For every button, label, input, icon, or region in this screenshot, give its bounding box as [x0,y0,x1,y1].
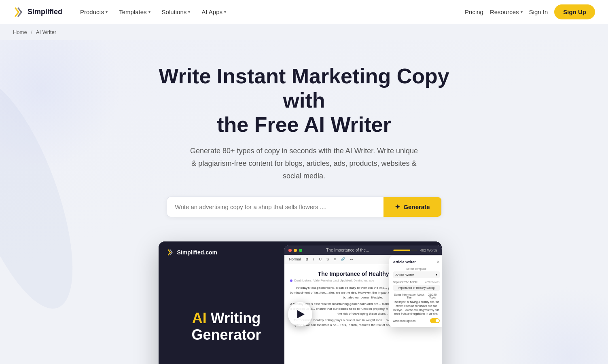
aw-topic-count: 4/20 Words [425,281,440,284]
close-dot [288,249,292,252]
aw-close-icon[interactable]: ✕ [436,260,440,264]
aw-topic-label: Topic Of The Article [393,281,418,284]
aw-template-select[interactable]: Article Writer ▾ [393,271,440,278]
ai-apps-chevron-icon: ▾ [224,10,226,14]
products-chevron-icon: ▾ [106,10,108,14]
aw-topic-value: Importance of Healthy Eating [393,285,440,291]
brand-logo[interactable]: Simplified [13,6,62,18]
doc-topbar-title: The Importance of the... [302,248,394,252]
main-nav: Products ▾ Templates ▾ Solutions ▾ AI Ap… [75,5,465,19]
aw-topic-row: Topic Of The Article 4/20 Words [393,281,440,284]
doc-topbar: The Importance of the... 482 Words [284,245,442,255]
toolbar-strikethrough[interactable]: S [325,256,330,262]
nav-ai-apps[interactable]: AI Apps ▾ [197,5,231,19]
toolbar-italic[interactable]: I [311,256,316,262]
video-container: Simplified.com AI Writing Generator [159,241,442,364]
maximize-dot [299,249,302,252]
toolbar-link[interactable]: 🔗 [339,256,347,262]
bg-decoration [0,66,96,322]
toolbar-underline[interactable]: U [318,256,324,262]
hero-subtitle: Generate 80+ types of copy in seconds wi… [187,145,422,182]
aw-advanced-row: Advanced options [393,318,440,323]
aw-info-count: 29/240 Topic [425,293,439,299]
doc-word-count: 482 Words [420,248,437,252]
nav-templates[interactable]: Templates ▾ [114,5,155,19]
navbar: Simplified Products ▾ Templates ▾ Soluti… [0,0,608,24]
generate-button[interactable]: ✦ Generate [383,197,441,217]
aw-info-content: The impact of having a healthy diet, the… [393,300,440,316]
play-button[interactable] [288,302,312,326]
aw-chevron-icon: ▾ [436,273,437,277]
video-inner: Simplified.com AI Writing Generator [159,241,442,364]
signup-button[interactable]: Sign Up [554,4,595,19]
doc-window-controls [288,249,302,252]
aw-info-row: Some Information About The 29/240 Topic [393,293,440,299]
minimize-dot [294,249,297,252]
solutions-chevron-icon: ▾ [188,10,190,14]
progress-bar [393,250,417,251]
breadcrumb-current: AI Writer [36,29,56,35]
hero-section: Write Instant Marketing Copy with the Fr… [0,40,608,364]
nav-resources[interactable]: Resources ▾ [490,8,523,15]
aw-panel-title: Article Writer [393,260,416,264]
navbar-right: Pricing Resources ▾ Sign In Sign Up [465,4,595,19]
breadcrumb: Home / AI Writer [0,24,608,40]
doc-meta-dot [290,279,292,282]
aw-advanced-toggle[interactable] [430,318,440,323]
search-bar: ✦ Generate [167,197,442,217]
aw-info-label: Some Information About The [393,293,426,299]
aw-select-template-label: Select Template [393,267,440,270]
toolbar-bold[interactable]: B [304,256,310,262]
video-left-panel: Simplified.com AI Writing Generator [159,241,294,364]
aw-header: Article Writer ✕ [393,260,440,264]
nav-pricing[interactable]: Pricing [465,8,483,15]
article-writer-panel: Article Writer ✕ Select Template Article… [389,256,442,327]
hero-title: Write Instant Marketing Copy with the Fr… [146,64,462,137]
nav-solutions[interactable]: Solutions ▾ [157,5,195,19]
toolbar-normal[interactable]: Normal [288,256,303,262]
resources-chevron-icon: ▾ [521,10,523,14]
signin-button[interactable]: Sign In [529,8,548,15]
video-brand-label: Simplified.com [177,249,218,256]
templates-chevron-icon: ▾ [148,10,150,14]
video-logo-area: Simplified.com [167,249,218,256]
video-logo-icon [167,249,174,256]
search-input[interactable] [167,197,384,217]
video-ai-title: AI Writing Generator [170,310,283,343]
nav-products[interactable]: Products ▾ [75,5,112,19]
video-section: Simplified.com AI Writing Generator [159,241,450,364]
brand-name: Simplified [28,8,62,16]
breadcrumb-separator: / [31,29,32,35]
breadcrumb-home[interactable]: Home [13,29,27,35]
simplified-logo-icon [13,6,24,18]
toolbar-align[interactable]: ≡ [332,256,337,262]
play-icon [297,310,305,318]
progress-bar-fill [393,250,410,251]
generate-icon: ✦ [395,203,400,211]
toolbar-more[interactable]: ··· [348,256,355,262]
aw-advanced-label: Advanced options [393,320,416,322]
